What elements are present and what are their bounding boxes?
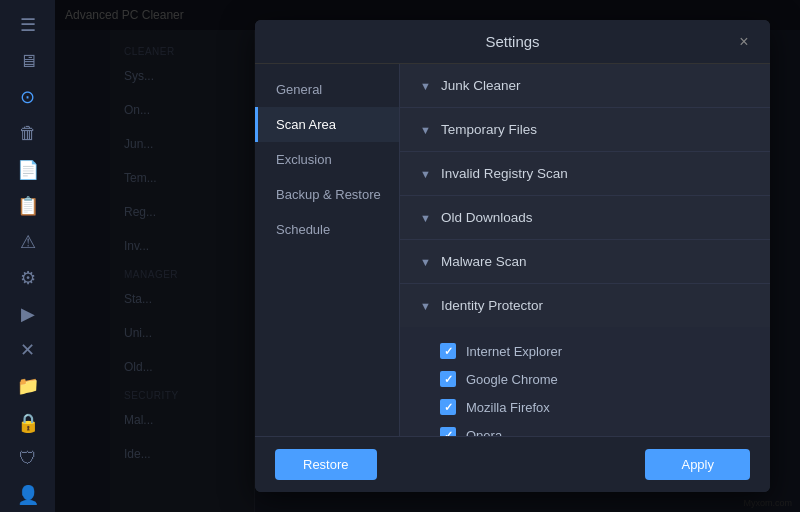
check-google-chrome: ✓: [444, 373, 453, 386]
app-main: Advanced PC Cleaner Cleaner Sys... On...…: [55, 0, 800, 512]
sidebar-scan-icon[interactable]: ⊙: [8, 80, 48, 114]
checkbox-item-mozilla-firefox[interactable]: ✓ Mozilla Firefox: [440, 393, 750, 421]
settings-content: ▼ Junk Cleaner ▼ Temporary Files: [400, 64, 770, 436]
sidebar-manage-icon[interactable]: ⚙: [8, 261, 48, 295]
label-google-chrome: Google Chrome: [466, 372, 558, 387]
chevron-malware-scan: ▼: [420, 256, 431, 268]
accordion-invalid-registry: ▼ Invalid Registry Scan: [400, 152, 770, 196]
check-internet-explorer: ✓: [444, 345, 453, 358]
sidebar-reg-icon[interactable]: 📋: [8, 189, 48, 223]
app-background: ☰ 🖥 ⊙ 🗑 📄 📋 ⚠ ⚙ ▶ ✕ 📁 🔒 🛡 👤 Advanced PC …: [0, 0, 800, 512]
check-mozilla-firefox: ✓: [444, 401, 453, 414]
sidebar-cleaner-icon[interactable]: 🖥: [8, 44, 48, 78]
nav-item-exclusion[interactable]: Exclusion: [255, 142, 399, 177]
chevron-old-downloads: ▼: [420, 212, 431, 224]
accordion-junk-cleaner: ▼ Junk Cleaner: [400, 64, 770, 108]
accordion-label-malware-scan: Malware Scan: [441, 254, 527, 269]
accordion-header-temporary-files[interactable]: ▼ Temporary Files: [400, 108, 770, 151]
restore-button[interactable]: Restore: [275, 449, 377, 480]
nav-item-general[interactable]: General: [255, 72, 399, 107]
settings-nav: General Scan Area Exclusion Backup & Res…: [255, 64, 400, 436]
sidebar-invalid-icon[interactable]: ⚠: [8, 225, 48, 259]
nav-item-schedule[interactable]: Schedule: [255, 212, 399, 247]
label-mozilla-firefox: Mozilla Firefox: [466, 400, 550, 415]
accordion-label-identity-protector: Identity Protector: [441, 298, 543, 313]
accordion-old-downloads: ▼ Old Downloads: [400, 196, 770, 240]
accordion-malware-scan: ▼ Malware Scan: [400, 240, 770, 284]
sidebar-uninstall-icon[interactable]: ✕: [8, 333, 48, 367]
accordion-label-junk-cleaner: Junk Cleaner: [441, 78, 521, 93]
checkbox-item-google-chrome[interactable]: ✓ Google Chrome: [440, 365, 750, 393]
checkbox-internet-explorer[interactable]: ✓: [440, 343, 456, 359]
accordion-identity-protector: ▼ Identity Protector ✓ Internet Explorer: [400, 284, 770, 436]
sidebar-identity-icon[interactable]: 👤: [8, 478, 48, 512]
settings-modal: Settings × General Scan Area Exclusion B…: [255, 20, 770, 492]
check-opera: ✓: [444, 429, 453, 437]
accordion-header-invalid-registry[interactable]: ▼ Invalid Registry Scan: [400, 152, 770, 195]
chevron-temporary-files: ▼: [420, 124, 431, 136]
accordion-header-identity-protector[interactable]: ▼ Identity Protector: [400, 284, 770, 327]
label-opera: Opera: [466, 428, 502, 437]
accordion-header-old-downloads[interactable]: ▼ Old Downloads: [400, 196, 770, 239]
sidebar-temp-icon[interactable]: 📄: [8, 153, 48, 187]
accordion-temporary-files: ▼ Temporary Files: [400, 108, 770, 152]
accordion-header-malware-scan[interactable]: ▼ Malware Scan: [400, 240, 770, 283]
nav-item-scan-area[interactable]: Scan Area: [255, 107, 399, 142]
label-internet-explorer: Internet Explorer: [466, 344, 562, 359]
modal-header: Settings ×: [255, 20, 770, 64]
sidebar-malware-icon[interactable]: 🛡: [8, 442, 48, 476]
modal-close-button[interactable]: ×: [732, 30, 756, 54]
accordion-label-invalid-registry: Invalid Registry Scan: [441, 166, 568, 181]
sidebar-junk-icon[interactable]: 🗑: [8, 116, 48, 150]
sidebar-startup-icon[interactable]: ▶: [8, 297, 48, 331]
sidebar-security-icon[interactable]: 🔒: [8, 406, 48, 440]
sidebar-old-icon[interactable]: 📁: [8, 369, 48, 403]
modal-footer: Restore Apply: [255, 436, 770, 492]
checkbox-google-chrome[interactable]: ✓: [440, 371, 456, 387]
apply-button[interactable]: Apply: [645, 449, 750, 480]
modal-title: Settings: [485, 33, 539, 50]
checkbox-item-internet-explorer[interactable]: ✓ Internet Explorer: [440, 337, 750, 365]
chevron-invalid-registry: ▼: [420, 168, 431, 180]
checkbox-item-opera[interactable]: ✓ Opera: [440, 421, 750, 436]
nav-item-backup-restore[interactable]: Backup & Restore: [255, 177, 399, 212]
checkbox-opera[interactable]: ✓: [440, 427, 456, 436]
accordion-label-old-downloads: Old Downloads: [441, 210, 533, 225]
accordion-label-temporary-files: Temporary Files: [441, 122, 537, 137]
checkbox-mozilla-firefox[interactable]: ✓: [440, 399, 456, 415]
chevron-identity-protector: ▼: [420, 300, 431, 312]
accordion-body-identity-protector: ✓ Internet Explorer ✓ Google Chrome: [400, 327, 770, 436]
sidebar-menu-icon[interactable]: ☰: [8, 8, 48, 42]
chevron-junk-cleaner: ▼: [420, 80, 431, 92]
app-sidebar: ☰ 🖥 ⊙ 🗑 📄 📋 ⚠ ⚙ ▶ ✕ 📁 🔒 🛡 👤: [0, 0, 55, 512]
accordion-header-junk-cleaner[interactable]: ▼ Junk Cleaner: [400, 64, 770, 107]
modal-body: General Scan Area Exclusion Backup & Res…: [255, 64, 770, 436]
